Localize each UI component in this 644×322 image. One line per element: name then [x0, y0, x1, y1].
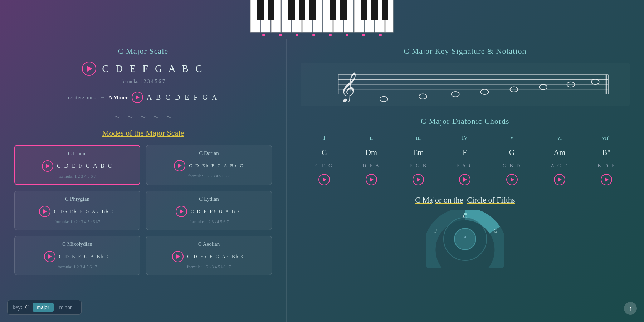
mode-name-aeolian: C Aeolian [152, 241, 266, 247]
mode-notes-row-mixolydian: C D E F G A B♭ C [20, 251, 134, 262]
circle-of-fifths-title: C Major on the Circle of Fifths [301, 195, 630, 205]
chords-table: I ii iii IV V vi vii° C Dm Em F G Am B° … [301, 132, 630, 188]
ionian-notes: C D E F G A B C [57, 163, 113, 169]
play-icon [178, 164, 182, 168]
wave-icon-2: 〜 [127, 114, 133, 121]
mode-name-ionian: C Ionian [21, 151, 134, 157]
chord-name-C: C [301, 144, 348, 161]
key-mode-toggle: major minor [33, 303, 76, 312]
dorian-formula: formula: 1 2 ♭3 4 5 6 ♭7 [152, 174, 266, 179]
chord-numeral-header-iii: iii [395, 132, 442, 144]
svg-rect-17 [299, 0, 305, 20]
mode-name-phrygian: C Phrygian [20, 196, 134, 202]
phrygian-play-button[interactable] [39, 206, 50, 217]
mode-card-mixolydian[interactable]: C Mixolydian C D E F G A B♭ C formula: 1… [14, 236, 140, 275]
chord-numeral-header-vi: vi [536, 132, 583, 144]
mode-card-lydian[interactable]: C Lydian C D E F♯ G A B C formula: 1 2 3… [146, 191, 272, 230]
chord-play-Dm [348, 171, 395, 188]
chord-play-btn-C[interactable] [318, 174, 330, 185]
wave-icon-3: 〜 [140, 114, 146, 121]
svg-text:G: G [494, 228, 497, 234]
ionian-play-button[interactable] [42, 160, 53, 172]
notation-title: C Major Key Signature & Notation [301, 47, 630, 56]
chord-play-btn-Dm[interactable] [366, 174, 377, 185]
play-icon [43, 209, 47, 214]
mode-card-phrygian[interactable]: C Phrygian C D♭ E♭ F G A♭ B♭ C formula: … [14, 191, 140, 230]
svg-point-36 [539, 84, 547, 90]
circle-container: C G F a [301, 210, 630, 268]
svg-rect-15 [268, 0, 274, 20]
scale-formula: formula: 1 2 3 4 5 6 7 [14, 79, 272, 84]
mode-card-dorian[interactable]: C Dorian C D E♭ F G A B♭ C formula: 1 2 … [146, 145, 272, 185]
svg-rect-14 [257, 0, 264, 20]
mode-name-lydian: C Lydian [152, 196, 266, 202]
scroll-up-button[interactable]: ↑ [624, 302, 637, 315]
chord-notes-G: G B D [488, 161, 536, 171]
mixolydian-formula: formula: 1 2 3 4 5 6 ♭7 [20, 264, 134, 270]
mode-notes-row-phrygian: C D♭ E♭ F G A♭ B♭ C [20, 206, 134, 217]
lydian-play-button[interactable] [176, 206, 187, 217]
svg-point-34 [481, 89, 489, 95]
mode-card-aeolian[interactable]: C Aeolian C D E♭ F G A♭ B♭ C formula: 1 … [146, 236, 272, 275]
circle-title-prefix: C Major on the [415, 195, 463, 204]
mode-notes-row-aeolian: C D E♭ F G A♭ B♭ C [152, 251, 266, 262]
modes-title: Modes of the Major Scale [14, 128, 272, 138]
svg-text:a: a [464, 234, 466, 239]
mode-card-ionian[interactable]: C Ionian C D E F G A B C formula: 1 2 3 … [14, 145, 140, 185]
major-toggle-button[interactable]: major [33, 303, 54, 312]
svg-point-48 [464, 213, 467, 215]
play-icon [46, 164, 50, 168]
chord-play-btn-Em[interactable] [413, 174, 424, 185]
chord-play-btn-Bdim[interactable] [601, 174, 612, 185]
relative-minor-play-button[interactable] [132, 92, 143, 103]
diatonic-chords-title: C Major Diatonic Chords [301, 117, 630, 126]
lydian-notes: C D E F♯ G A B C [191, 209, 243, 214]
chord-play-btn-G[interactable] [506, 174, 518, 185]
chord-numeral-header-V: V [488, 132, 536, 144]
chord-play-btn-F[interactable] [459, 174, 470, 185]
relative-minor-name: A Minor [108, 94, 128, 101]
chord-numeral-header-ii: ii [348, 132, 395, 144]
key-selector: key: C major minor [7, 300, 82, 315]
chord-play-btn-Am[interactable] [554, 174, 565, 185]
svg-rect-22 [371, 0, 378, 20]
aeolian-play-button[interactable] [172, 251, 184, 262]
mixolydian-play-button[interactable] [44, 251, 55, 262]
chord-play-F [442, 171, 488, 188]
chord-play-row [301, 171, 630, 188]
circle-of-fifths-svg: C G F a [426, 210, 504, 268]
wave-icon-4: 〜 [153, 114, 159, 121]
chord-numeral-header-vii: vii° [583, 132, 630, 144]
chord-notes-Dm: D F A [348, 161, 395, 171]
chord-name-Am: Am [536, 144, 583, 161]
scale-title: C Major Scale [14, 47, 272, 56]
relative-minor-notes: A B C D E F G A [147, 93, 219, 102]
wave-icon-5: 〜 [166, 114, 172, 121]
piano-keys [250, 0, 394, 32]
play-icon [87, 66, 92, 72]
key-value: C [25, 304, 30, 311]
minor-toggle-button[interactable]: minor [55, 303, 76, 312]
chord-notes-Am: A C E [536, 161, 583, 171]
left-panel: C Major Scale C D E F G A B C formula: 1… [0, 39, 286, 322]
play-icon [180, 209, 184, 214]
piano [250, 0, 394, 39]
phrygian-formula: formula: 1 ♭2 ♭3 4 5 ♭6 ♭7 [20, 219, 134, 225]
play-icon [605, 177, 609, 182]
svg-rect-19 [330, 0, 336, 20]
chord-notes-Em: E G B [395, 161, 442, 171]
chords-header-row: I ii iii IV V vi vii° [301, 132, 630, 144]
scale-play-button[interactable] [82, 62, 96, 76]
right-panel: C Major Key Signature & Notation 𝄞 [286, 39, 644, 322]
play-icon [511, 177, 514, 182]
chord-names-row: C Dm Em F G Am B° [301, 144, 630, 161]
chord-name-G: G [488, 144, 536, 161]
play-icon [463, 177, 467, 182]
chord-play-Em [395, 171, 442, 188]
scale-notes: C D E F G A B C [102, 63, 204, 74]
staff-container: 𝄞 [301, 63, 630, 106]
chord-play-G [488, 171, 536, 188]
dorian-play-button[interactable] [174, 160, 185, 171]
svg-rect-23 [382, 0, 388, 20]
wave-decoration: 〜 〜 〜 〜 〜 [14, 114, 272, 121]
